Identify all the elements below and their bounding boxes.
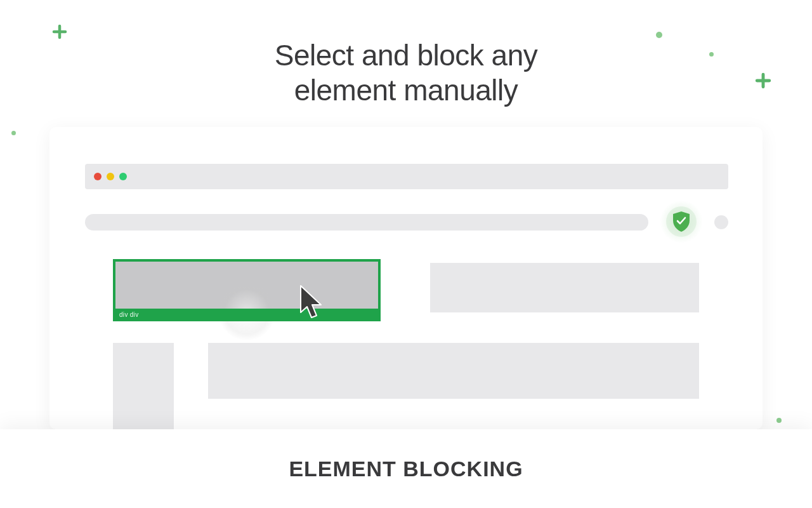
dot-icon — [11, 131, 16, 135]
browser-toolbar — [85, 210, 728, 235]
window-titlebar — [85, 164, 728, 189]
placeholder-block — [208, 343, 699, 399]
placeholder-block — [113, 343, 174, 429]
placeholder-block — [430, 263, 699, 312]
close-icon[interactable] — [94, 173, 102, 180]
headline-line-1: Select and block any — [275, 39, 538, 72]
footer-title: ELEMENT BLOCKING — [289, 457, 523, 481]
dot-icon — [776, 418, 782, 423]
footer-bar: ELEMENT BLOCKING — [0, 429, 812, 508]
shield-check-icon — [672, 211, 691, 232]
minimize-icon[interactable] — [107, 173, 114, 180]
headline-line-2: element manually — [294, 74, 518, 107]
address-bar[interactable] — [85, 214, 648, 231]
extension-menu-button[interactable] — [714, 215, 728, 229]
selector-path-label: div div — [113, 309, 381, 321]
page-headline: Select and block any element manually — [0, 0, 812, 108]
maximize-icon[interactable] — [119, 173, 127, 180]
traffic-lights — [94, 173, 127, 180]
browser-mock-card: div div — [49, 127, 763, 429]
adguard-extension-button[interactable] — [660, 200, 703, 243]
selected-element-highlight[interactable]: div div — [113, 259, 381, 321]
